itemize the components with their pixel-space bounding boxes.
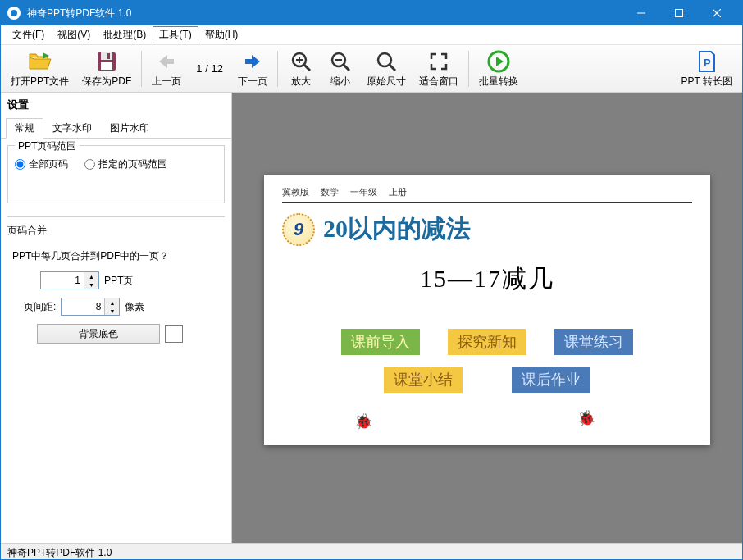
page-indicator: 1 / 12 xyxy=(188,62,231,75)
toolbar-separator xyxy=(277,51,278,87)
menu-help[interactable]: 帮助(H) xyxy=(198,26,245,43)
open-ppt-label: 打开PPT文件 xyxy=(11,75,69,89)
slide-preview: 冀教版 数学 一年级 上册 9 20以内的减法 15—17减几 课前导入 探究新… xyxy=(264,175,710,445)
spinner-down-icon[interactable]: ▼ xyxy=(105,307,119,315)
merge-question: PPT中每几页合并到PDF中的一页？ xyxy=(12,249,225,263)
toolbar-separator xyxy=(141,51,142,87)
save-pdf-button[interactable]: 保存为PDF xyxy=(75,47,138,91)
svg-text:P: P xyxy=(704,57,711,69)
spinner-up-icon[interactable]: ▲ xyxy=(84,272,98,280)
page-p-icon: P xyxy=(697,48,717,75)
page-range-title: PPT页码范围 xyxy=(15,139,80,153)
zoom-out-icon xyxy=(330,48,351,75)
decoration-icon: 🐞 xyxy=(354,412,372,430)
radio-all-input[interactable] xyxy=(15,159,25,170)
settings-title: 设置 xyxy=(1,93,231,117)
svg-rect-7 xyxy=(107,53,110,59)
app-icon xyxy=(7,7,21,20)
radio-custom-range[interactable]: 指定的页码范围 xyxy=(84,157,167,171)
save-icon xyxy=(96,48,117,75)
svg-rect-6 xyxy=(101,52,112,60)
arrow-left-icon xyxy=(156,48,177,75)
slide-subtitle: 15—17减几 xyxy=(282,262,692,296)
zoom-out-button[interactable]: 缩小 xyxy=(321,47,360,91)
menu-view[interactable]: 视图(V) xyxy=(51,26,97,43)
slide-btn-homework: 课后作业 xyxy=(512,367,590,393)
ppt-to-longimg-button[interactable]: P PPT 转长图 xyxy=(675,47,739,91)
zoom-out-label: 缩小 xyxy=(330,75,350,89)
folder-open-icon xyxy=(28,48,52,75)
pages-per-pdf-spinner[interactable]: ▲▼ xyxy=(40,271,99,289)
slide-breadcrumb: 冀教版 数学 一年级 上册 xyxy=(282,186,692,203)
spinner-down-icon[interactable]: ▼ xyxy=(84,280,98,289)
decoration-icon: 🐞 xyxy=(577,409,595,427)
page-merge-section: 页码合并 PPT中每几页合并到PDF中的一页？ ▲▼ PPT页 页间距: ▲▼ … xyxy=(7,216,225,352)
magnifier-icon xyxy=(376,48,397,75)
svg-rect-2 xyxy=(676,10,683,17)
close-button[interactable] xyxy=(698,1,736,25)
gap-unit-label: 像素 xyxy=(125,300,144,314)
gap-label: 页间距: xyxy=(24,300,56,314)
slide-btn-practice: 课堂练习 xyxy=(554,329,633,355)
fit-window-button[interactable]: 适合窗口 xyxy=(413,47,465,91)
tab-image-watermark[interactable]: 图片水印 xyxy=(101,118,158,139)
window-title: 神奇PPT转PDF软件 1.0 xyxy=(27,7,622,20)
fit-icon xyxy=(429,48,449,75)
svg-point-16 xyxy=(378,53,391,66)
next-page-button[interactable]: 下一页 xyxy=(231,47,274,91)
color-swatch[interactable] xyxy=(165,325,183,343)
slide-btn-explore: 探究新知 xyxy=(448,329,526,355)
slide-title: 20以内的减法 xyxy=(323,212,471,246)
radio-all-pages[interactable]: 全部页码 xyxy=(15,157,68,171)
maximize-button[interactable] xyxy=(660,1,698,25)
settings-tabs: 常规 文字水印 图片水印 xyxy=(1,117,231,139)
ppt-to-longimg-label: PPT 转长图 xyxy=(681,75,732,89)
slide-btn-summary: 课堂小结 xyxy=(384,367,463,393)
menu-bar: 文件(F) 视图(V) 批处理(B) 工具(T) 帮助(H) xyxy=(1,25,742,45)
batch-convert-label: 批量转换 xyxy=(479,75,518,89)
play-circle-icon xyxy=(487,48,510,75)
page-range-group: PPT页码范围 全部页码 指定的页码范围 xyxy=(7,145,225,203)
background-color-button[interactable]: 背景底色 xyxy=(37,324,160,344)
toolbar: 打开PPT文件 保存为PDF 上一页 1 / 12 下一页 放大 缩小 原始尺寸… xyxy=(1,45,742,93)
spinner-up-icon[interactable]: ▲ xyxy=(105,298,119,307)
chapter-badge: 9 xyxy=(282,213,315,246)
save-pdf-label: 保存为PDF xyxy=(82,75,131,89)
page-gap-spinner[interactable]: ▲▼ xyxy=(61,298,120,316)
next-page-label: 下一页 xyxy=(238,75,267,89)
svg-point-0 xyxy=(11,10,17,16)
menu-file[interactable]: 文件(F) xyxy=(6,26,51,43)
zoom-in-button[interactable]: 放大 xyxy=(281,47,321,91)
title-bar: 神奇PPT转PDF软件 1.0 xyxy=(1,1,742,25)
radio-custom-input[interactable] xyxy=(84,159,95,170)
prev-page-button[interactable]: 上一页 xyxy=(145,47,188,91)
original-size-label: 原始尺寸 xyxy=(367,75,406,89)
prev-page-label: 上一页 xyxy=(152,75,181,89)
open-ppt-button[interactable]: 打开PPT文件 xyxy=(4,47,75,91)
zoom-in-icon xyxy=(290,48,312,75)
toolbar-separator xyxy=(468,51,469,87)
settings-panel: 设置 常规 文字水印 图片水印 PPT页码范围 全部页码 指定的页码范围 页码合… xyxy=(1,93,232,543)
slide-btn-intro: 课前导入 xyxy=(341,329,420,355)
page-gap-input[interactable] xyxy=(62,298,104,315)
menu-batch[interactable]: 批处理(B) xyxy=(97,26,153,43)
original-size-button[interactable]: 原始尺寸 xyxy=(360,47,413,91)
zoom-in-label: 放大 xyxy=(291,75,311,89)
svg-rect-8 xyxy=(101,62,112,70)
pages-unit-label: PPT页 xyxy=(104,274,133,288)
arrow-right-icon xyxy=(242,48,263,75)
menu-tools[interactable]: 工具(T) xyxy=(153,26,198,43)
svg-line-17 xyxy=(390,65,395,71)
pages-per-pdf-input[interactable] xyxy=(41,272,84,289)
batch-convert-button[interactable]: 批量转换 xyxy=(472,47,525,91)
svg-line-14 xyxy=(344,65,349,71)
tab-text-watermark[interactable]: 文字水印 xyxy=(43,118,101,139)
tab-general[interactable]: 常规 xyxy=(6,118,43,139)
fit-window-label: 适合窗口 xyxy=(419,75,458,89)
status-bar: 神奇PPT转PDF软件 1.0 xyxy=(1,543,742,560)
minimize-button[interactable] xyxy=(622,1,660,25)
page-merge-title: 页码合并 xyxy=(7,224,225,238)
preview-area: 冀教版 数学 一年级 上册 9 20以内的减法 15—17减几 课前导入 探究新… xyxy=(232,93,742,543)
svg-line-10 xyxy=(304,65,310,71)
